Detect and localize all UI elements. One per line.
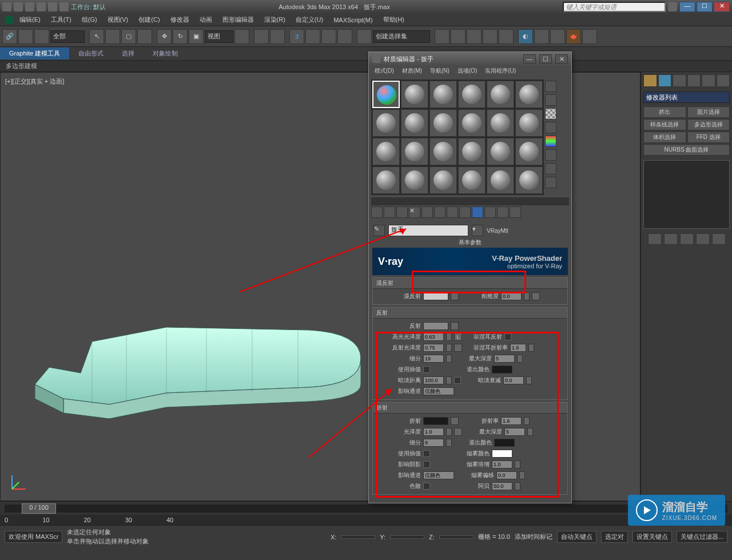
exitcolor-swatch[interactable]: [492, 366, 512, 374]
background-icon[interactable]: [545, 108, 556, 120]
make-unique-icon[interactable]: [434, 206, 445, 218]
mat-menu-material[interactable]: 材质(M): [399, 66, 425, 77]
mat-close-button[interactable]: ✕: [555, 54, 568, 63]
menu-maxscript[interactable]: MAXScript(M): [329, 15, 377, 25]
reflection-title[interactable]: 反射: [373, 308, 567, 319]
viewport-label[interactable]: [+][正交][真实 + 边面]: [5, 77, 64, 86]
show-end-icon[interactable]: [664, 233, 678, 245]
app-menu-icon[interactable]: [5, 15, 14, 25]
assign-to-sel-icon[interactable]: [396, 206, 408, 218]
interp-checkbox[interactable]: [423, 366, 430, 373]
menu-help[interactable]: 帮助(H): [379, 14, 409, 25]
angle-snap-icon[interactable]: [305, 29, 320, 44]
addtime-label[interactable]: 添加时间标记: [515, 533, 552, 541]
workspace-label[interactable]: 工作台: 默认: [71, 3, 106, 11]
refr-subdiv-spinner[interactable]: 8: [423, 439, 444, 447]
spinner-arrows[interactable]: [446, 428, 452, 436]
rotate-icon[interactable]: ↻: [173, 29, 188, 44]
help-icon[interactable]: [668, 2, 677, 11]
minimize-button[interactable]: —: [679, 2, 695, 12]
menu-customize[interactable]: 自定义(U): [291, 14, 328, 25]
get-material-icon[interactable]: [371, 206, 383, 218]
y-field[interactable]: [390, 535, 424, 539]
hilight-spinner[interactable]: 0.63: [423, 333, 444, 341]
spinner-arrows[interactable]: [446, 439, 452, 447]
material-slot[interactable]: [429, 138, 457, 165]
put-to-lib-icon[interactable]: [447, 206, 458, 218]
menu-edit[interactable]: 编辑(E): [15, 14, 45, 25]
modifier-stack[interactable]: [643, 160, 730, 229]
z-field[interactable]: [439, 535, 474, 539]
mod-btn-polysel[interactable]: 多边形选择: [687, 119, 730, 130]
render-setup-icon[interactable]: [534, 29, 549, 44]
schematic-icon[interactable]: [499, 29, 514, 44]
diffuse-title[interactable]: 漫反射: [373, 278, 567, 289]
ribbon-tab-freeform[interactable]: 自由形式: [69, 47, 113, 59]
material-slot[interactable]: [458, 109, 486, 137]
selkey-button[interactable]: 选定对: [601, 531, 628, 543]
mat-id-icon[interactable]: [459, 206, 471, 218]
help-search[interactable]: [563, 2, 666, 12]
refr-affect-dropdown[interactable]: 仅颜色: [423, 471, 454, 479]
display-tab-icon[interactable]: [702, 74, 715, 87]
setkey-button[interactable]: 设置关键点: [632, 531, 672, 543]
time-slider[interactable]: 0 / 100: [5, 505, 727, 513]
refr-maxdepth-spinner[interactable]: 5: [504, 428, 525, 436]
abbe-spinner[interactable]: 50.0: [492, 482, 512, 490]
disp-checkbox[interactable]: [423, 483, 430, 490]
reflect-map-button[interactable]: [451, 322, 459, 330]
menu-tools[interactable]: 工具(T): [46, 14, 76, 25]
dimdist-spinner[interactable]: 100.0: [423, 376, 444, 384]
material-slot[interactable]: [372, 166, 400, 194]
diffuse-swatch[interactable]: [423, 292, 448, 300]
fresnel-ior-spinner[interactable]: 1.6: [510, 344, 526, 352]
ior-spinner[interactable]: 1.6: [501, 417, 522, 425]
spinner-arrows[interactable]: [446, 355, 452, 363]
mod-btn-ffdsel[interactable]: FFD 选择: [687, 132, 730, 143]
show-in-vp-icon[interactable]: [472, 206, 483, 218]
bind-icon[interactable]: [34, 29, 49, 44]
backlight-icon[interactable]: [545, 94, 556, 106]
roughness-spinner[interactable]: 0.0: [501, 292, 522, 300]
fogcolor-swatch[interactable]: [492, 450, 512, 458]
material-slot[interactable]: [487, 109, 514, 137]
spinner-arrows[interactable]: [527, 428, 533, 436]
make-preview-icon[interactable]: [545, 149, 556, 161]
mat-menu-util[interactable]: 实用程序(U): [482, 66, 519, 77]
maxscript-mini[interactable]: 欢迎使用 MAXScr: [5, 531, 62, 543]
refr-exitcolor-swatch[interactable]: [494, 439, 515, 447]
render-prod-icon[interactable]: [582, 29, 597, 44]
render-frame-icon[interactable]: [550, 29, 565, 44]
refract-swatch[interactable]: [423, 417, 448, 425]
put-to-scene-icon[interactable]: [384, 206, 395, 218]
spinner-snap-icon[interactable]: [337, 29, 352, 44]
named-sel-icon[interactable]: [357, 29, 372, 44]
create-tab-icon[interactable]: [643, 74, 657, 87]
mat-editor-titlebar[interactable]: 材质编辑器 - 扳手 — ☐ ✕: [369, 52, 571, 66]
select-name-icon[interactable]: [105, 29, 120, 44]
material-slot[interactable]: [401, 138, 428, 165]
goto-sibling-icon[interactable]: [510, 206, 521, 218]
material-name-field[interactable]: 扳手: [388, 225, 468, 236]
material-slot[interactable]: [458, 166, 486, 194]
keyfilter-button[interactable]: 关键点过滤器...: [677, 531, 727, 543]
refl-gloss-spinner[interactable]: 0.75: [423, 344, 444, 352]
refr-gloss-map-button[interactable]: [454, 428, 462, 436]
mod-btn-splinesel[interactable]: 样条线选择: [643, 119, 686, 130]
l-button[interactable]: L: [454, 333, 462, 341]
material-slot[interactable]: [401, 81, 428, 108]
material-slot[interactable]: [429, 109, 457, 137]
time-ruler[interactable]: 010203040: [0, 515, 732, 525]
mod-btn-nurbs[interactable]: NURBS 曲面选择: [643, 144, 730, 156]
mirror-icon[interactable]: [435, 29, 449, 44]
refr-gloss-spinner[interactable]: 1.0: [423, 428, 444, 436]
spinner-arrows[interactable]: [446, 376, 452, 384]
save-icon[interactable]: [37, 2, 46, 11]
remove-mod-icon[interactable]: [696, 233, 710, 245]
menu-grapheditors[interactable]: 图形编辑器: [218, 14, 258, 25]
window-crossing-icon[interactable]: [137, 29, 152, 44]
select-region-icon[interactable]: ▢: [121, 29, 136, 44]
mod-btn-volsel[interactable]: 体积选择: [643, 132, 686, 143]
material-slot[interactable]: [458, 81, 486, 108]
refl-gloss-map-button[interactable]: [454, 344, 462, 352]
